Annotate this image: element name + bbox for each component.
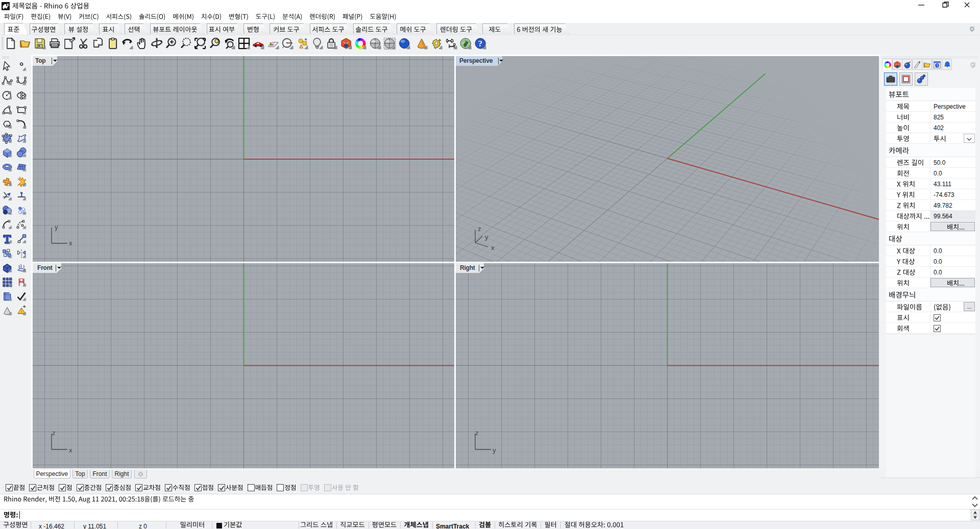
svg-text:6: 6 [7, 3, 9, 7]
svg-text:?: ? [478, 39, 482, 48]
svg-text:?: ? [936, 64, 938, 67]
